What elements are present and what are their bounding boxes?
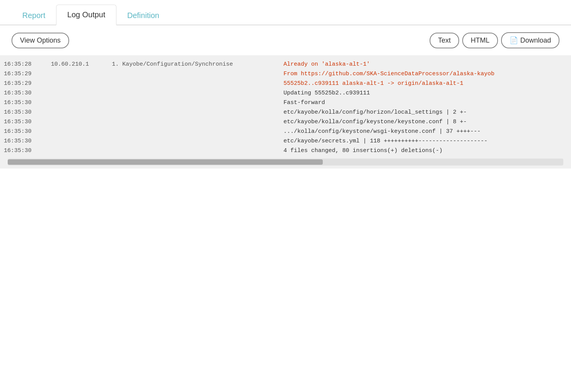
log-time: 16:35:30: [0, 117, 47, 127]
log-task: [108, 136, 279, 146]
log-time: 16:35:30: [0, 98, 47, 108]
toolbar: View Options Text HTML 📄 Download: [0, 25, 571, 56]
toolbar-left: View Options: [12, 33, 69, 48]
log-output: 55525b2..c939111 alaska-alt-1 -> origin/…: [280, 79, 571, 88]
log-task: [108, 108, 279, 117]
log-output: .../kolla/config/keystone/wsgi-keystone.…: [280, 127, 571, 136]
log-task: [108, 79, 279, 88]
download-button[interactable]: 📄 Download: [501, 32, 559, 48]
log-task: 1. Kayobe/Configuration/Synchronise: [108, 60, 279, 69]
log-time: 16:35:30: [0, 127, 47, 136]
log-task: [108, 69, 279, 79]
log-host: [47, 127, 108, 136]
log-row: 16:35:29 55525b2..c939111 alaska-alt-1 -…: [0, 79, 571, 88]
log-area: 16:35:2810.60.210.11. Kayobe/Configurati…: [0, 56, 571, 169]
log-output: Fast-forward: [280, 98, 571, 108]
download-icon: 📄: [510, 36, 518, 45]
log-output: Already on 'alaska-alt-1': [280, 60, 571, 69]
log-output: etc/kayobe/secrets.yml | 118 ++++++++++-…: [280, 136, 571, 146]
log-task: [108, 117, 279, 127]
log-time: 16:35:29: [0, 79, 47, 88]
tab-log-output[interactable]: Log Output: [56, 5, 116, 25]
tab-report[interactable]: Report: [12, 6, 56, 25]
log-output: Updating 55525b2..c939111: [280, 88, 571, 98]
log-wrapper: 16:35:2810.60.210.11. Kayobe/Configurati…: [0, 56, 571, 155]
log-output: etc/kayobe/kolla/config/keystone/keyston…: [280, 117, 571, 127]
log-host: [47, 98, 108, 108]
scrollbar-track[interactable]: [8, 159, 563, 165]
tabs-bar: Report Log Output Definition: [0, 0, 571, 25]
log-time: 16:35:29: [0, 69, 47, 79]
log-row: 16:35:30 4 files changed, 80 insertions(…: [0, 146, 571, 155]
log-task: [108, 127, 279, 136]
log-output: From https://github.com/SKA-ScienceDataP…: [280, 69, 571, 79]
log-time: 16:35:30: [0, 136, 47, 146]
log-row: 16:35:30Fast-forward: [0, 98, 571, 108]
log-host: [47, 146, 108, 155]
tab-definition[interactable]: Definition: [116, 6, 170, 25]
log-row: 16:35:30Updating 55525b2..c939111: [0, 88, 571, 98]
log-row: 16:35:30 etc/kayobe/secrets.yml | 118 ++…: [0, 136, 571, 146]
log-host: [47, 69, 108, 79]
log-time: 16:35:30: [0, 88, 47, 98]
download-label: Download: [520, 36, 551, 45]
view-options-button[interactable]: View Options: [12, 33, 69, 48]
log-host: [47, 88, 108, 98]
scrollbar-thumb[interactable]: [8, 159, 323, 165]
log-host: [47, 79, 108, 88]
log-output: etc/kayobe/kolla/config/horizon/local_se…: [280, 108, 571, 117]
toolbar-right: Text HTML 📄 Download: [430, 32, 559, 48]
html-button[interactable]: HTML: [462, 33, 498, 48]
log-host: 10.60.210.1: [47, 60, 108, 69]
log-row: 16:35:30 etc/kayobe/kolla/config/keyston…: [0, 117, 571, 127]
log-output: 4 files changed, 80 insertions(+) deleti…: [280, 146, 571, 155]
log-time: 16:35:30: [0, 108, 47, 117]
log-table: 16:35:2810.60.210.11. Kayobe/Configurati…: [0, 60, 571, 155]
log-row: 16:35:30 .../kolla/config/keystone/wsgi-…: [0, 127, 571, 136]
log-row: 16:35:2810.60.210.11. Kayobe/Configurati…: [0, 60, 571, 69]
log-time: 16:35:28: [0, 60, 47, 69]
log-task: [108, 146, 279, 155]
log-host: [47, 117, 108, 127]
log-row: 16:35:30 etc/kayobe/kolla/config/horizon…: [0, 108, 571, 117]
log-host: [47, 108, 108, 117]
log-host: [47, 136, 108, 146]
log-row: 16:35:29From https://github.com/SKA-Scie…: [0, 69, 571, 79]
log-task: [108, 88, 279, 98]
log-task: [108, 98, 279, 108]
text-button[interactable]: Text: [430, 33, 459, 48]
log-time: 16:35:30: [0, 146, 47, 155]
